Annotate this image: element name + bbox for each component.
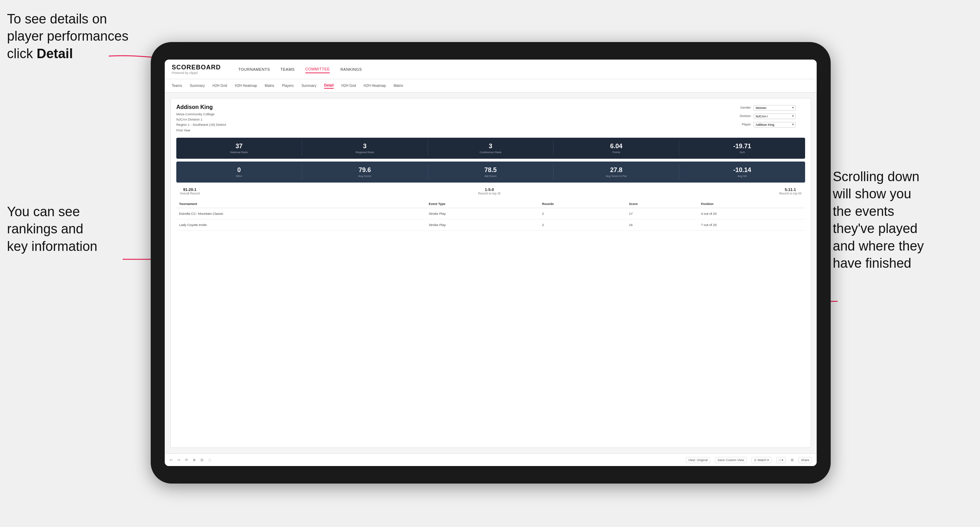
stat-value-r1-2: 3 bbox=[430, 143, 552, 150]
logo-area: SCOREBOARD Powered by clippd bbox=[172, 64, 221, 75]
player-header: Addison King Mesa Community College NJCA… bbox=[176, 104, 805, 133]
annotation-r-line6: have finished bbox=[833, 256, 911, 270]
event-type-0: Stroke Play bbox=[426, 208, 539, 219]
player-division: NJCAA Division 1 bbox=[176, 117, 226, 122]
save-custom-view-button[interactable]: Save Custom View bbox=[715, 457, 746, 463]
gender-select-wrapper[interactable]: Women Men bbox=[754, 104, 795, 111]
records-row: 91-20-1Overall Record1-5-0Record vs top … bbox=[176, 187, 805, 195]
stat-label-r2-0: Wins bbox=[178, 175, 301, 178]
player-select-wrapper[interactable]: Addison King bbox=[754, 121, 795, 127]
top-nav: SCOREBOARD Powered by clippd TOURNAMENTS… bbox=[165, 60, 817, 79]
stat-label-r1-3: Points bbox=[555, 151, 678, 154]
annotation-r-line4: they've played bbox=[833, 221, 918, 236]
record-value-1: 1-5-0 bbox=[478, 187, 501, 192]
grid-icon[interactable]: ⊞ bbox=[791, 458, 794, 462]
player-name: Addison King bbox=[176, 104, 226, 110]
player-info: Addison King Mesa Community College NJCA… bbox=[176, 104, 226, 133]
division-row: Division NJCAA I NJCAA II bbox=[735, 113, 805, 119]
stat-cell-row1-3: 6.04Points bbox=[554, 141, 679, 156]
stat-value-r1-4: -19.71 bbox=[681, 143, 804, 150]
stat-cell-row1-4: -19.71SoS bbox=[679, 141, 805, 156]
stat-label-r1-4: SoS bbox=[681, 151, 804, 154]
undo-icon[interactable]: ↩ bbox=[170, 458, 172, 462]
gender-select[interactable]: Women Men bbox=[754, 105, 795, 111]
bottom-toolbar: ↩ ↪ ⟳ ⊕ ⊟ ◌ View: Original Save Custom V… bbox=[165, 453, 817, 466]
zoom-in-icon[interactable]: ⊕ bbox=[193, 458, 196, 462]
subnav-matrix2[interactable]: Matrix bbox=[394, 83, 403, 88]
subnav-detail[interactable]: Detail bbox=[324, 83, 334, 89]
gender-label: Gender bbox=[735, 106, 751, 110]
refresh-icon[interactable]: ⟳ bbox=[185, 458, 188, 462]
record-item-2: 5-11-1Record vs top 50 bbox=[779, 187, 802, 195]
share-label: Share bbox=[801, 458, 809, 462]
stat-value-r2-1: 79.6 bbox=[304, 167, 426, 174]
table-row[interactable]: Lady Coyote Invite Stroke Play 2 16 7 ou… bbox=[176, 219, 805, 230]
watch-button[interactable]: ⊙ Watch ▾ bbox=[751, 457, 772, 463]
nav-teams[interactable]: TEAMS bbox=[280, 66, 294, 73]
annotation-line2: player performances bbox=[7, 29, 128, 43]
position-1: 7 out of 20 bbox=[698, 219, 805, 230]
player-region: Region 1 - Southwest (18) District bbox=[176, 122, 226, 127]
stat-cell-row2-4: -10.14Avg SG bbox=[679, 164, 805, 180]
stat-value-r1-0: 37 bbox=[178, 143, 301, 150]
stats-row2: 0Wins79.6Avg Score78.5Adj Score27.8Avg S… bbox=[176, 162, 805, 183]
record-value-0: 91-20-1 bbox=[180, 187, 200, 192]
stat-label-r2-4: Avg SG bbox=[681, 175, 804, 178]
record-value-2: 5-11-1 bbox=[779, 187, 802, 192]
subnav-matrix[interactable]: Matrix bbox=[265, 83, 274, 88]
annotation-r-line1: Scrolling down bbox=[833, 169, 920, 184]
division-select-wrapper[interactable]: NJCAA I NJCAA II bbox=[754, 113, 795, 119]
stat-label-r1-0: National Rank bbox=[178, 151, 301, 154]
gender-row: Gender Women Men bbox=[735, 104, 805, 111]
stat-label-r2-1: Avg Score bbox=[304, 175, 426, 178]
table-header-2: Rounds bbox=[539, 200, 626, 208]
table-header-1: Event Type bbox=[426, 200, 539, 208]
division-select[interactable]: NJCAA I NJCAA II bbox=[754, 114, 795, 119]
subnav-h2h-heatmap2[interactable]: H2H Heatmap bbox=[364, 83, 386, 88]
score-1: 16 bbox=[626, 219, 698, 230]
nav-committee[interactable]: COMMITTEE bbox=[305, 65, 330, 73]
layout-button[interactable]: □ ▾ bbox=[776, 457, 786, 463]
player-select[interactable]: Addison King bbox=[754, 122, 795, 127]
stat-cell-row1-1: 3Regional Rank bbox=[302, 141, 428, 156]
subnav-summary[interactable]: Summary bbox=[189, 83, 205, 88]
stat-cell-row2-1: 79.6Avg Score bbox=[302, 164, 428, 180]
nav-rankings[interactable]: RANKINGS bbox=[340, 66, 362, 73]
subnav-h2h-heatmap[interactable]: H2H Heatmap bbox=[235, 83, 257, 88]
subnav-teams[interactable]: Teams bbox=[172, 83, 182, 88]
content-panel: Addison King Mesa Community College NJCA… bbox=[170, 98, 811, 448]
logo-text: SCOREBOARD bbox=[172, 64, 221, 71]
view-original-button[interactable]: View: Original bbox=[686, 457, 710, 463]
stat-label-r2-2: Adj Score bbox=[430, 175, 552, 178]
event-type-1: Stroke Play bbox=[426, 219, 539, 230]
stat-cell-row1-2: 3Conference Rank bbox=[428, 141, 554, 156]
subnav-summary2[interactable]: Summary bbox=[301, 83, 317, 88]
app-container: SCOREBOARD Powered by clippd TOURNAMENTS… bbox=[165, 60, 817, 466]
redo-icon[interactable]: ↪ bbox=[177, 458, 180, 462]
table-row[interactable]: Estrella CC- Mountain Classic Stroke Pla… bbox=[176, 208, 805, 219]
save-custom-view-label: Save Custom View bbox=[718, 458, 744, 462]
table-header-row: TournamentEvent TypeRoundsScorePosition bbox=[176, 200, 805, 208]
subnav-players[interactable]: Players bbox=[282, 83, 294, 88]
layout-label: □ ▾ bbox=[779, 458, 783, 462]
annotation-bl-line3: key information bbox=[7, 239, 97, 254]
record-label-2: Record vs top 50 bbox=[779, 192, 802, 195]
stat-label-r1-2: Conference Rank bbox=[430, 151, 552, 154]
annotation-r-line3: the events bbox=[833, 204, 894, 219]
subnav-h2h-grid2[interactable]: H2H Grid bbox=[341, 83, 356, 88]
subnav-h2h-grid[interactable]: H2H Grid bbox=[212, 83, 227, 88]
rounds-0: 2 bbox=[539, 208, 626, 219]
main-content: Addison King Mesa Community College NJCA… bbox=[165, 92, 817, 453]
tablet-frame: SCOREBOARD Powered by clippd TOURNAMENTS… bbox=[151, 42, 831, 484]
share-button[interactable]: Share bbox=[799, 457, 812, 463]
annotation-line1: To see details on bbox=[7, 11, 107, 26]
zoom-out-icon[interactable]: ⊟ bbox=[200, 458, 203, 462]
watch-label: ⊙ Watch ▾ bbox=[754, 458, 769, 462]
record-item-0: 91-20-1Overall Record bbox=[180, 187, 200, 195]
settings-icon[interactable]: ◌ bbox=[208, 458, 212, 462]
stat-cell-row2-2: 78.5Adj Score bbox=[428, 164, 554, 180]
table-header-0: Tournament bbox=[176, 200, 426, 208]
stat-value-r2-0: 0 bbox=[178, 167, 301, 174]
division-label: Division bbox=[735, 114, 751, 118]
nav-tournaments[interactable]: TOURNAMENTS bbox=[238, 66, 270, 73]
